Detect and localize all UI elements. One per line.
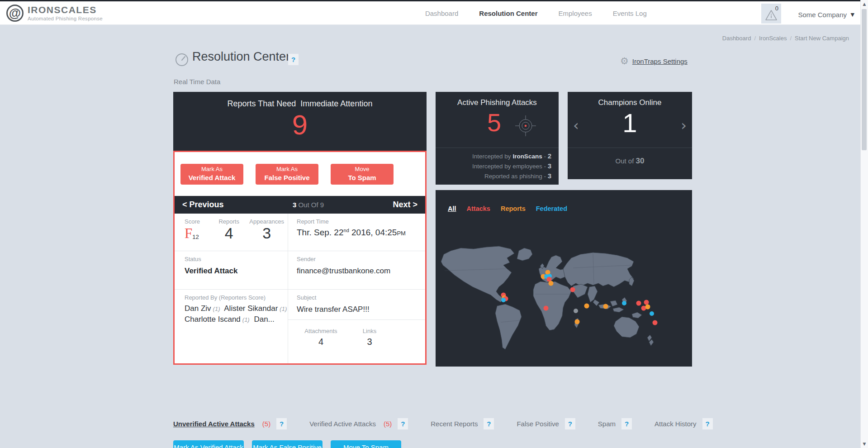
reports-attention-title: Reports That Need Immediate Attention bbox=[173, 99, 427, 109]
help-icon[interactable]: ? bbox=[565, 418, 575, 429]
tab-unverified-active-attacks[interactable]: Unverified Active Attacks(5) ? bbox=[173, 418, 287, 429]
scrollbar-thumb[interactable] bbox=[862, 9, 867, 150]
reports-attention-count: 9 bbox=[173, 111, 427, 139]
bulk-action-buttons: Mark As Verified Attack Mark As False Po… bbox=[173, 440, 401, 448]
breadcrumb-dashboard[interactable]: Dashboard bbox=[722, 35, 751, 42]
nav-dashboard[interactable]: Dashboard bbox=[425, 10, 458, 17]
tab-attack-history[interactable]: Attack History ? bbox=[655, 418, 713, 429]
tab-spam[interactable]: Spam ? bbox=[598, 418, 632, 429]
sender-cell: Sender finance@trustbankone.com bbox=[288, 251, 425, 290]
map-dot bbox=[501, 298, 506, 302]
breadcrumb-ironscales[interactable]: IronScales bbox=[759, 35, 787, 42]
mark-verified-attack-button[interactable]: Mark As Verified Attack bbox=[180, 164, 243, 185]
breadcrumb-current: Start New Campaign bbox=[795, 35, 849, 42]
chevron-down-icon[interactable]: ▼ bbox=[851, 12, 854, 18]
tab-count: (5) bbox=[384, 420, 392, 428]
reporter-score: (1) bbox=[280, 305, 287, 312]
bulk-move-to-spam-button[interactable]: Move To Spam bbox=[331, 440, 401, 448]
chevron-left-icon[interactable]: ‹ bbox=[573, 118, 579, 133]
breadcrumb-separator: / bbox=[754, 35, 756, 42]
breadcrumb: Dashboard/IronScales/Start New Campaign bbox=[722, 35, 849, 42]
score-subvalue: 12 bbox=[192, 234, 199, 240]
tab-label: False Positive bbox=[517, 420, 559, 428]
attachments-links-row: Attachments 4 Links 3 bbox=[288, 320, 425, 363]
map-dot bbox=[544, 306, 549, 311]
card-divider bbox=[436, 148, 559, 148]
help-icon[interactable]: ? bbox=[702, 418, 713, 429]
app-header: @ IRONSCALES Automated Phishing Response… bbox=[0, 0, 868, 25]
reported-by-label: Reported By (Reporters Score) bbox=[185, 294, 288, 301]
map-dot bbox=[603, 304, 608, 309]
reporters-list: Dan Ziv(1) Alister Sikandar(1) Charlotte… bbox=[185, 303, 288, 325]
stat-intercepted-employees: Intercepted by employees - 3 bbox=[472, 161, 551, 171]
help-icon[interactable]: ? bbox=[621, 418, 632, 429]
bulk-mark-false-positive-button[interactable]: Mark As False Positive bbox=[252, 440, 323, 448]
help-icon[interactable]: ? bbox=[484, 418, 494, 429]
action-buttons-row: Mark As Verified Attack Mark As False Po… bbox=[175, 152, 425, 196]
map-tab-attacks[interactable]: Attacks bbox=[467, 205, 490, 212]
reporter-name: Dan Ziv bbox=[185, 304, 211, 313]
mark-false-positive-button[interactable]: Mark As False Positive bbox=[256, 164, 318, 185]
map-tab-all[interactable]: All bbox=[448, 205, 456, 212]
active-attacks-card: Active Phishing Attacks 5 Intercepted by… bbox=[436, 92, 559, 185]
chevron-right-icon[interactable]: › bbox=[681, 118, 687, 133]
champions-title: Champions Online bbox=[568, 98, 692, 107]
status-cell: Status Verified Attack bbox=[175, 251, 288, 290]
tab-label: Attack History bbox=[655, 420, 697, 428]
tab-verified-active-attacks[interactable]: Verified Active Attacks(5) ? bbox=[309, 418, 408, 429]
reporter-name: Dan... bbox=[254, 315, 274, 324]
map-dot bbox=[549, 281, 554, 286]
button-line1: Mark As bbox=[180, 166, 243, 173]
breadcrumb-separator: / bbox=[790, 35, 792, 42]
brand-name: IRONSCALES bbox=[28, 5, 103, 14]
alerts-count-badge: 0 bbox=[775, 5, 778, 12]
scrollbar-up-arrow[interactable]: ▲ bbox=[861, 2, 868, 6]
help-icon[interactable]: ? bbox=[398, 418, 408, 429]
stat-intercepted-ironscans: Intercepted by IronScans - 2 bbox=[472, 151, 551, 161]
page-title: Resolution Center bbox=[192, 50, 290, 64]
move-to-spam-button[interactable]: Move To Spam bbox=[331, 164, 394, 185]
tab-false-positive[interactable]: False Positive ? bbox=[517, 418, 575, 429]
reporter-name: Charlotte Iscand bbox=[185, 315, 241, 324]
tab-recent-reports[interactable]: Recent Reports ? bbox=[431, 418, 494, 429]
report-time-cell: Report Time Thr. Sep. 22nd 2016, 04:25PM bbox=[288, 214, 425, 251]
pager-total: Out Of 9 bbox=[296, 201, 324, 209]
button-line2: False Positive bbox=[256, 173, 318, 182]
company-menu[interactable]: Some Company bbox=[798, 11, 847, 19]
pager-current: 3 bbox=[293, 201, 296, 209]
score-grade: F bbox=[185, 225, 192, 241]
map-tab-reports[interactable]: Reports bbox=[501, 205, 526, 212]
bulk-mark-verified-attack-button[interactable]: Mark As Verified Attack bbox=[173, 440, 244, 448]
subject-value: Wire transfer ASAP!!! bbox=[297, 305, 425, 314]
button-line1: Move bbox=[331, 166, 394, 173]
tab-label: Verified Active Attacks bbox=[309, 420, 376, 428]
previous-button[interactable]: < Previous bbox=[182, 200, 224, 210]
nav-resolution-center[interactable]: Resolution Center bbox=[479, 10, 537, 17]
brand-logo: @ IRONSCALES Automated Phishing Response bbox=[6, 5, 103, 22]
vertical-scrollbar[interactable]: ▲ ▼ bbox=[860, 0, 868, 448]
reporter-score: (1) bbox=[242, 316, 250, 323]
map-tab-federated[interactable]: Federated bbox=[536, 205, 567, 212]
status-label: Status bbox=[185, 256, 288, 262]
help-icon[interactable]: ? bbox=[276, 418, 287, 429]
reports-value: 4 bbox=[212, 225, 246, 242]
irontraps-settings-label: IronTraps Settings bbox=[632, 57, 688, 65]
reports-label: Reports bbox=[212, 218, 246, 225]
alerts-button[interactable]: 0 bbox=[761, 4, 781, 24]
status-value: Verified Attack bbox=[185, 267, 288, 276]
nav-employees[interactable]: Employees bbox=[558, 10, 592, 17]
gauge-icon bbox=[175, 52, 189, 67]
next-button[interactable]: Next > bbox=[393, 200, 417, 210]
nav-events-log[interactable]: Events Log bbox=[613, 10, 647, 17]
champions-total: Out of 30 bbox=[568, 157, 692, 166]
world-map bbox=[437, 218, 690, 364]
map-dot bbox=[575, 319, 580, 324]
tab-count: (5) bbox=[262, 420, 270, 428]
map-dot bbox=[650, 311, 654, 316]
pager-position: 3 Out Of 9 bbox=[224, 201, 393, 209]
scrollbar-down-arrow[interactable]: ▼ bbox=[861, 442, 868, 446]
help-icon[interactable]: ? bbox=[288, 54, 299, 65]
irontraps-settings-link[interactable]: ⚙ IronTraps Settings bbox=[620, 57, 688, 66]
subject-cell: Subject Wire transfer ASAP!!! bbox=[288, 290, 425, 320]
report-time-label: Report Time bbox=[297, 218, 425, 225]
